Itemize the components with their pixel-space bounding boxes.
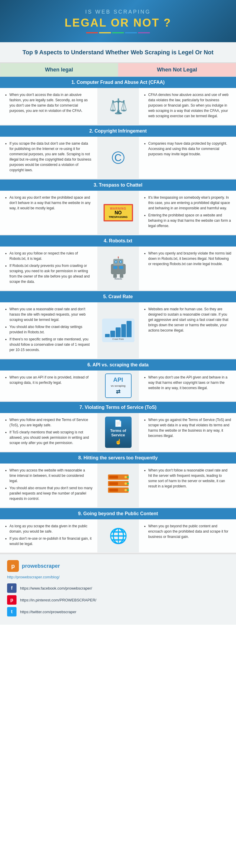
- section-5: 5. Crawl Rate When you use a reasonable …: [0, 291, 236, 359]
- section-right-2: Companies may have data protected by cop…: [139, 137, 236, 179]
- divider-3: [112, 32, 124, 33]
- warning-sign: WARNING NO TRESPASSING: [104, 204, 133, 221]
- svg-point-15: [125, 476, 127, 478]
- bar-4: [121, 324, 126, 337]
- svg-rect-9: [119, 266, 123, 269]
- twitter-link[interactable]: https://twitter.com/prowebscraper: [20, 610, 76, 614]
- footer-logo-letter: p: [11, 563, 15, 569]
- section-right-7: When you go against the Terms of Service…: [139, 413, 236, 452]
- right-item: Websites are made for human use. So they…: [148, 306, 232, 333]
- section-middle-4: Robots: [98, 247, 139, 290]
- right-item: When you don't follow a reasonable crawl…: [148, 468, 232, 489]
- section-left-5: When you use a reasonable crawl rate and…: [0, 302, 98, 359]
- section-right-4: When you openly and brazenly violate the…: [139, 247, 236, 290]
- intro-heading: Top 9 Aspects to Understand Whether Web …: [9, 48, 227, 56]
- sections-container: 1. Computer Fraud and Abuse Act (CFAA) W…: [0, 77, 236, 553]
- social-row-twitter: t https://twitter.com/prowebscraper: [7, 607, 229, 616]
- left-item: If you scrape the data but don't use the…: [9, 141, 93, 173]
- footer-logo: p: [7, 560, 19, 572]
- left-item: When you follow and respect the Terms of…: [9, 417, 93, 428]
- svg-rect-18: [109, 482, 118, 485]
- header-divider: [6, 32, 230, 33]
- svg-rect-14: [109, 476, 118, 478]
- section-title-7: 7. Violating Terms of Service (ToS): [0, 402, 236, 413]
- section-right-9: When you go beyond the public content an…: [139, 519, 236, 552]
- svg-point-24: [127, 489, 129, 491]
- section-body-7: When you follow and respect the Terms of…: [0, 413, 236, 452]
- left-item: As long as you follow or respect the rul…: [9, 251, 93, 261]
- svg-rect-0: [111, 264, 126, 274]
- left-item: As long as you scrape the data given in …: [9, 523, 93, 534]
- section-left-7: When you follow and respect the Terms of…: [0, 413, 98, 452]
- footer-brand-name: prowebscraper: [22, 563, 60, 569]
- social-rows: f https://www.facebook.com/prowebscraper…: [7, 583, 229, 616]
- footer-url[interactable]: http://prowebscraper.com/blog/: [7, 575, 229, 579]
- svg-text:Robots: Robots: [114, 278, 122, 280]
- section-middle-9: 🌐: [98, 519, 139, 552]
- section-right-6: When you don't use the API given and beh…: [139, 371, 236, 401]
- pinterest-link[interactable]: https://in.pinterest.com/PROWEBSCRAPER/: [20, 598, 97, 602]
- section-6: 6. API vs. scraping the data When you us…: [0, 359, 236, 402]
- svg-point-4: [115, 261, 116, 262]
- section-7: 7. Violating Terms of Service (ToS) When…: [0, 402, 236, 452]
- right-item: When you don't use the API given and beh…: [148, 375, 232, 391]
- left-item: If there's no specific setting or rate m…: [9, 337, 93, 352]
- right-item: Entering the prohibited space on a websi…: [148, 213, 232, 228]
- svg-point-5: [120, 261, 121, 262]
- section-left-2: If you scrape the data but don't use the…: [0, 137, 98, 179]
- section-middle-2: ©: [98, 137, 139, 179]
- svg-point-16: [127, 476, 129, 478]
- section-right-1: CFAA denotes how abusive access and use …: [139, 88, 236, 125]
- section-right-8: When you don't follow a reasonable crawl…: [139, 464, 236, 507]
- right-item: When you go against the Terms of Service…: [148, 417, 232, 438]
- left-item: When you use an API if one is provided, …: [9, 375, 93, 385]
- section-middle-3: WARNING NO TRESPASSING: [98, 191, 139, 235]
- column-headers: When legal When Not Legal: [0, 63, 236, 77]
- svg-point-19: [125, 483, 127, 485]
- robot-icon: Robots: [105, 256, 132, 280]
- right-item: When you openly and brazenly violate the…: [148, 251, 232, 267]
- section-title-4: 4. Robots.txt: [0, 235, 236, 247]
- section-right-3: It's like trespassing on somebody else's…: [139, 191, 236, 235]
- section-body-2: If you scrape the data but don't use the…: [0, 137, 236, 179]
- section-body-6: When you use an API if one is provided, …: [0, 371, 236, 401]
- section-9: 9. Going beyond the Public Content As lo…: [0, 508, 236, 553]
- divider-2: [99, 32, 111, 33]
- section-body-4: As long as you follow or respect the rul…: [0, 247, 236, 290]
- section-left-4: As long as you follow or respect the rul…: [0, 247, 98, 290]
- section-title-8: 8. Hitting the servers too frequently: [0, 452, 236, 464]
- section-right-5: Websites are made for human use. So they…: [139, 302, 236, 359]
- left-item: When you don't access the data in an abu…: [9, 92, 93, 113]
- footer-brand: p prowebscraper: [7, 560, 229, 572]
- section-title-1: 1. Computer Fraud and Abuse Act (CFAA): [0, 77, 236, 88]
- copyright-icon: ©: [111, 148, 125, 168]
- section-left-8: When you access the website with reasona…: [0, 464, 98, 507]
- header-subtitle: IS WEB SCRAPING: [6, 9, 230, 15]
- globe-icon: 🌐: [109, 527, 128, 545]
- right-item: Companies may have data protected by cop…: [148, 141, 232, 157]
- section-3: 3. Trespass to Chattel As long as you do…: [0, 180, 236, 235]
- facebook-icon: f: [7, 583, 16, 593]
- social-row-pinterest: p https://in.pinterest.com/PROWEBSCRAPER…: [7, 595, 229, 604]
- left-item: If Robots.txt clearly prevents you from …: [9, 263, 93, 284]
- bar-5: [127, 321, 131, 337]
- header: IS WEB SCRAPING LEGAL OR NOT ?: [0, 0, 236, 42]
- crawl-chart: Crawl Rate: [102, 318, 135, 342]
- social-row-facebook: f https://www.facebook.com/prowebscraper…: [7, 583, 229, 593]
- section-2: 2. Copyright Infringement If you scrape …: [0, 125, 236, 180]
- section-body-3: As long as you don't enter the prohibite…: [0, 191, 236, 235]
- facebook-link[interactable]: https://www.facebook.com/prowebscraper/: [20, 586, 92, 590]
- section-left-9: As long as you scrape the data given in …: [0, 519, 98, 552]
- section-left-3: As long as you don't enter the prohibite…: [0, 191, 98, 235]
- left-item: If ToS clearly mentions that web scrapin…: [9, 430, 93, 445]
- intro-section: Top 9 Aspects to Understand Whether Web …: [0, 42, 236, 63]
- left-item: When you use a reasonable crawl rate and…: [9, 306, 93, 322]
- section-left-6: When you use an API if one is provided, …: [0, 371, 98, 401]
- section-body-8: When you access the website with reasona…: [0, 464, 236, 507]
- twitter-icon: t: [7, 607, 16, 616]
- section-left-1: When you don't access the data in an abu…: [0, 88, 98, 125]
- section-middle-1: ⚖️: [98, 88, 139, 125]
- api-icon: API vs scraping ⇄: [105, 373, 132, 398]
- right-item: When you go beyond the public content an…: [148, 523, 232, 539]
- left-item: You should also ensure that you don't se…: [9, 485, 93, 501]
